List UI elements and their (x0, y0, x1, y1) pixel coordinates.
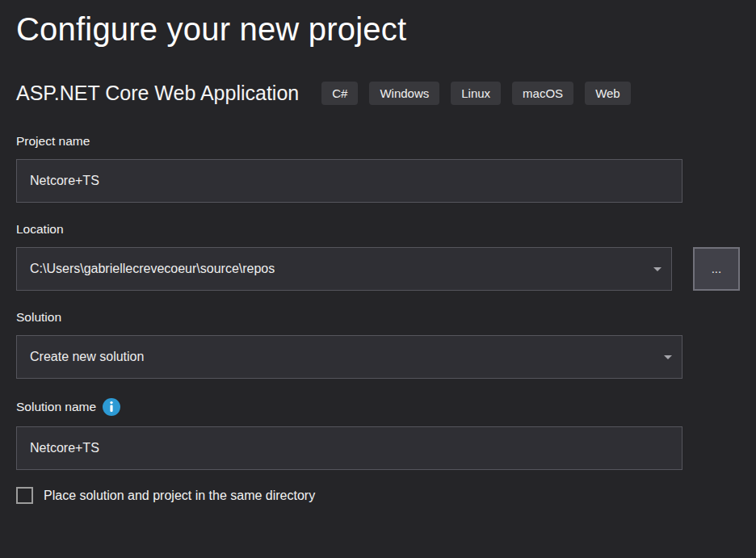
solution-name-input[interactable] (16, 426, 682, 470)
location-label: Location (16, 222, 740, 237)
info-icon[interactable] (103, 398, 120, 416)
configure-project-dialog: Configure your new project ASP.NET Core … (0, 0, 756, 504)
template-header: ASP.NET Core Web Application C# Windows … (16, 82, 740, 105)
browse-button[interactable]: ... (693, 247, 740, 291)
tag-macos: macOS (512, 82, 573, 105)
solution-name-label-text: Solution name (16, 400, 96, 414)
solution-value: Create new solution (30, 350, 144, 364)
location-value: C:\Users\gabriellecrevecoeur\source\repo… (30, 262, 275, 276)
template-name: ASP.NET Core Web Application (16, 82, 299, 105)
chevron-down-icon[interactable] (664, 355, 672, 359)
solution-label: Solution (16, 310, 740, 325)
same-directory-row: Place solution and project in the same d… (16, 487, 740, 504)
solution-combobox[interactable]: Create new solution (16, 335, 682, 379)
solution-row: Create new solution (16, 335, 740, 379)
project-name-label: Project name (16, 134, 740, 149)
tag-windows: Windows (369, 82, 439, 105)
template-tags: C# Windows Linux macOS Web (321, 82, 631, 105)
page-title: Configure your new project (16, 11, 740, 48)
same-directory-checkbox[interactable] (16, 487, 33, 504)
location-combobox[interactable]: C:\Users\gabriellecrevecoeur\source\repo… (16, 247, 672, 291)
tag-csharp: C# (321, 82, 358, 105)
same-directory-label: Place solution and project in the same d… (44, 489, 315, 503)
tag-linux: Linux (451, 82, 501, 105)
chevron-down-icon[interactable] (653, 267, 662, 271)
location-row: C:\Users\gabriellecrevecoeur\source\repo… (16, 247, 740, 291)
tag-web: Web (585, 82, 631, 105)
solution-name-label: Solution name (16, 398, 740, 416)
project-name-input[interactable] (16, 159, 682, 203)
